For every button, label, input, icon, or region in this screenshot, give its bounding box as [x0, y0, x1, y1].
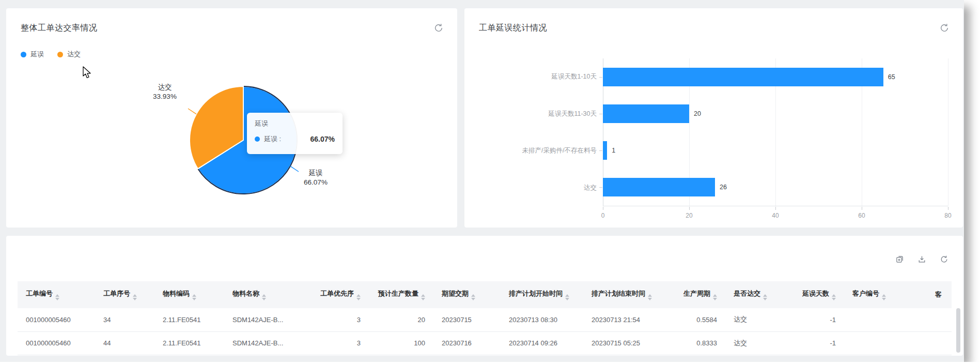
refresh-table-button[interactable]: [940, 255, 948, 264]
sort-icon: [832, 294, 836, 300]
cell: 20230714 09:26: [501, 331, 583, 355]
col-header-plan-end[interactable]: 排产计划结束时间: [583, 281, 666, 308]
cell: [927, 308, 952, 331]
bar-value: 26: [720, 184, 727, 191]
panel-delay-stats: 工单延误统计情况 延误天数1-10天 延误天数11-30天 未排产/采购件/不存…: [464, 8, 963, 228]
chart-tooltip: 延误 延误 : 66.07%: [247, 113, 343, 154]
mouse-cursor: [83, 66, 92, 80]
col-header-clipped[interactable]: 客: [927, 281, 952, 308]
col-header-cycle[interactable]: 生产周期: [666, 281, 725, 308]
cell: 20230713 08:30: [501, 308, 583, 331]
col-header-priority[interactable]: 工单优先序: [312, 281, 369, 308]
legend-item-dajiao[interactable]: 达交: [57, 50, 81, 59]
refresh-button[interactable]: [433, 23, 444, 33]
col-header-customer-no[interactable]: 客户编号: [844, 281, 927, 308]
work-order-table: 工单编号 工单序号 物料编码 物料名称 工单优先序 预计生产数量 期望交期 排产…: [18, 281, 952, 355]
sort-icon: [565, 294, 569, 300]
pie-legend: 延误 达交: [21, 50, 81, 59]
cell: 34: [95, 308, 154, 331]
bar-fill[interactable]: [603, 104, 689, 123]
panel-work-order-table: 工单编号 工单序号 物料编码 物料名称 工单优先序 预计生产数量 期望交期 排产…: [6, 236, 963, 356]
cell: 0.8333: [666, 331, 725, 355]
col-header-material-code[interactable]: 物料编码: [154, 281, 224, 308]
cell: 20230715: [433, 308, 501, 331]
x-tick-label: 0: [601, 212, 605, 219]
bar-value: 20: [694, 110, 701, 117]
bar-value: 1: [612, 147, 615, 154]
cell: 达交: [725, 308, 782, 331]
bar-value: 65: [888, 73, 895, 81]
cell: 2.11.FE0541: [154, 331, 224, 355]
bar-category: 达交: [464, 170, 597, 207]
bar-fill[interactable]: [603, 141, 607, 160]
tooltip-series-dot: [255, 136, 260, 142]
x-tick-label: 40: [772, 212, 779, 219]
col-header-order-seq[interactable]: 工单序号: [95, 281, 154, 308]
column-settings-button[interactable]: [895, 255, 904, 264]
sort-icon: [192, 294, 196, 300]
refresh-button[interactable]: [939, 23, 950, 33]
cell: SDM142AJE-B...: [224, 331, 312, 355]
cell: 20230713 21:54: [583, 308, 666, 331]
sort-icon: [648, 294, 652, 300]
sort-icon: [421, 294, 425, 300]
tooltip-value: 66.07%: [310, 135, 335, 143]
bar-category-labels: 延误天数1-10天 延误天数11-30天 未排产/采购件/不存在料号 达交: [464, 58, 597, 206]
sort-icon: [55, 294, 59, 300]
cell: 001000005460: [18, 308, 95, 331]
bar-fill[interactable]: [603, 68, 883, 86]
dashboard-window: 整体工单达交率情况 延误 达交 达交 33.93%: [0, 0, 964, 362]
bar-category: 延误天数11-30天: [464, 96, 597, 133]
table-row: 001000005460 44 2.11.FE0541 SDM142AJE-B.…: [18, 331, 952, 355]
pie-leader-line: [188, 109, 196, 114]
table-header-row: 工单编号 工单序号 物料编码 物料名称 工单优先序 预计生产数量 期望交期 排产…: [18, 281, 952, 308]
table-vertical-scrollbar[interactable]: [956, 308, 960, 353]
cell: [844, 308, 927, 331]
legend-item-yanwu[interactable]: 延误: [21, 50, 44, 59]
cell: 0.5584: [666, 308, 725, 331]
bar-fill[interactable]: [603, 178, 715, 196]
download-button[interactable]: [917, 255, 926, 264]
cell: 20230715 05:25: [583, 331, 666, 355]
cell: [844, 331, 927, 355]
col-header-plan-start[interactable]: 排产计划开始时间: [501, 281, 583, 308]
sort-icon: [882, 294, 886, 300]
cell: SDM142AJE-B...: [224, 308, 312, 331]
refresh-icon: [939, 23, 950, 33]
refresh-icon: [433, 23, 444, 33]
refresh-icon: [940, 255, 948, 264]
legend-dot-yanwu: [21, 52, 26, 57]
sort-icon: [356, 294, 361, 300]
col-header-delay-days[interactable]: 延误天数: [782, 281, 844, 308]
tooltip-series-label: 延误 :: [264, 134, 281, 144]
sort-icon: [713, 294, 717, 300]
bar-category: 延误天数1-10天: [464, 58, 597, 96]
col-header-material-name[interactable]: 物料名称: [224, 281, 312, 308]
grid-line: [948, 58, 948, 206]
panel-title-delivery-rate: 整体工单达交率情况: [21, 23, 98, 34]
legend-label: 延误: [30, 50, 44, 59]
cell: 3: [312, 308, 369, 331]
cell: 20230716: [433, 331, 501, 355]
x-tick-label: 20: [686, 212, 692, 219]
col-header-order-no[interactable]: 工单编号: [18, 281, 95, 308]
col-header-due-date[interactable]: 期望交期: [433, 281, 501, 308]
cell: [927, 331, 952, 355]
bar-plot-area: 65 20 1 26: [603, 58, 948, 206]
table-toolbar: [18, 251, 952, 267]
panel-title-delay-stats: 工单延误统计情况: [479, 23, 547, 34]
cell: 001000005460: [18, 331, 95, 355]
table-row: 001000005460 34 2.11.FE0541 SDM142AJE-B.…: [18, 308, 952, 331]
x-axis-ticks: [603, 207, 948, 211]
col-header-planned-qty[interactable]: 预计生产数量: [369, 281, 433, 308]
cell: -1: [782, 331, 844, 355]
legend-dot-dajiao: [57, 52, 63, 57]
add-box-icon: [895, 255, 904, 264]
col-header-delivered[interactable]: 是否达交: [725, 281, 782, 308]
cell: 44: [95, 331, 154, 355]
sort-icon: [763, 294, 767, 300]
legend-label: 达交: [67, 50, 81, 59]
cell: 3: [312, 331, 369, 355]
cell: 2.11.FE0541: [154, 308, 224, 331]
cell: 达交: [725, 331, 782, 355]
